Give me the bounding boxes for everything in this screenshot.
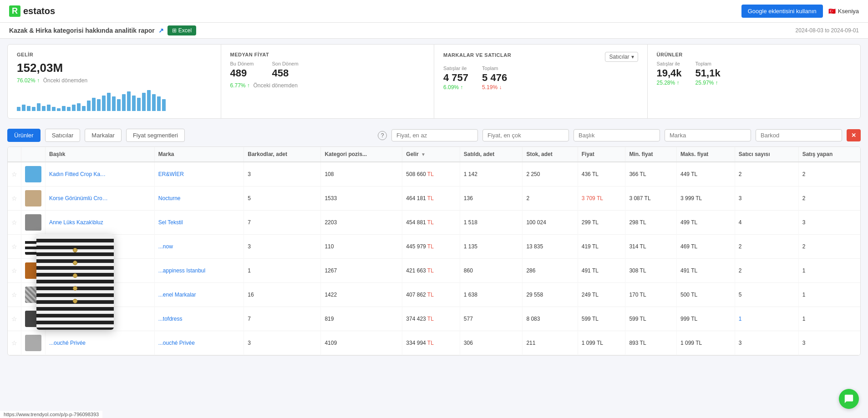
brand-link[interactable]: ER&WİER [158,171,184,177]
seller-count-cell: 1 [735,307,798,331]
stat-markalar-col1-val: 4 757 [443,72,468,84]
th-sales-made[interactable]: Satış yapan [798,147,860,162]
product-title-link[interactable]: Kadın Fitted Crop Kapş... [49,171,108,177]
thumb-cell [21,162,46,186]
tab-saticlar[interactable]: Satıcılar [45,129,81,142]
product-image-popup [36,234,114,330]
markalar-dropdown[interactable]: Satıcılar ▾ [605,52,638,62]
thumb-cell [21,211,46,235]
star-icon[interactable]: ☆ [11,195,17,202]
tabs-filter-row: Ürünler Satıcılar Markalar Fiyat segment… [0,124,868,146]
jacket-button [73,273,77,278]
stat-medyan-col2-label: Son Dönem [272,61,298,66]
star-icon[interactable]: ☆ [11,267,17,274]
title-input[interactable] [574,129,660,141]
star-cell: ☆ [8,331,21,355]
jacket-stripe [36,321,114,324]
logo: R estatos [9,5,55,17]
th-stock[interactable]: Stok, adet [523,147,578,162]
category-cell: 1267 [321,259,402,283]
title-cell: Korse Görünümlü Crop T... [46,186,155,211]
th-min-price[interactable]: Min. fiyat [625,147,677,162]
excel-button[interactable]: ⊞ Excel [168,25,196,35]
jacket-stripe [36,252,114,256]
product-title-link[interactable]: Anne Lüks Kazak\bluz [49,219,108,226]
google-extension-button[interactable]: Google eklentisini kullanın [741,5,823,18]
stock-cell: 2 [523,186,578,211]
revenue-cell: 374 423 TL [402,307,460,331]
barcodes-cell: 7 [244,307,321,331]
star-icon[interactable]: ☆ [11,243,17,250]
price-cell: 249 TL [578,283,625,307]
jacket-stripe [36,307,114,311]
export-icon: ↗ [158,27,164,34]
user-name: Kseniya [838,8,859,15]
th-revenue[interactable]: Gelir ▼ [402,147,460,162]
sold-cell: 1 142 [460,162,523,186]
th-title[interactable]: Başlık [46,147,155,162]
stat-medyan-col1-val: 489 [230,67,254,79]
th-seller-count[interactable]: Satıcı sayısı [735,147,798,162]
brand-link[interactable]: ...appiness Istanbul [158,267,205,274]
brand-input[interactable] [665,129,751,141]
star-icon[interactable]: ☆ [11,291,17,298]
th-brand[interactable]: Marka [154,147,244,162]
seller-count-cell: 2 [735,235,798,259]
bar [67,107,71,111]
brand-link[interactable]: ...enel Markalar [158,292,196,298]
stat-urunler-col1-label: Satışlar ile [657,61,682,66]
category-cell: 4109 [321,331,402,355]
stat-markalar-col1-label: Satışlar ile [443,65,468,71]
stock-cell: 2 250 [523,162,578,186]
bar [142,93,146,111]
jacket-stripe [36,280,114,283]
max-price-cell: 3 999 TL [677,186,735,211]
price-cell: 419 TL [578,235,625,259]
brand-link[interactable]: Sel Tekstil [158,219,183,226]
brand-link[interactable]: Nocturne [158,195,181,201]
brand-link[interactable]: ...tofdress [158,316,183,322]
barcode-input[interactable] [756,129,842,141]
star-icon[interactable]: ☆ [11,171,17,178]
price-cell: 436 TL [578,162,625,186]
bar [147,90,151,111]
bar [157,96,161,111]
tab-markalar[interactable]: Markalar [85,129,122,142]
star-icon[interactable]: ☆ [11,339,17,347]
logo-text: estatos [23,6,55,16]
th-barcodes[interactable]: Barkodlar, adet [244,147,321,162]
min-price-cell: 366 TL [625,162,677,186]
price-max-input[interactable] [482,129,569,141]
product-title-link[interactable]: ...ouché Privée [49,340,108,346]
th-category[interactable]: Kategori pozis... [321,147,402,162]
bar [22,105,25,111]
bar [127,91,131,111]
star-icon[interactable]: ☆ [11,315,17,322]
th-price[interactable]: Fiyat [578,147,625,162]
stat-urunler-label: ÜRÜNLER [657,52,852,57]
help-icon[interactable]: ? [378,131,387,140]
stat-markalar-col2-label: Toplam [482,65,507,71]
brand-link[interactable]: ...ouché Privée [158,340,195,346]
sold-cell: 1 518 [460,211,523,235]
jacket-stripe [36,293,114,297]
seller-count-cell: 2 [735,162,798,186]
price-min-input[interactable] [391,129,478,141]
th-max-price[interactable]: Maks. fiyat [677,147,735,162]
stock-cell: 13 835 [523,235,578,259]
stat-gelir-label: GELİR [17,52,212,57]
logo-box: R [9,5,20,17]
star-icon[interactable]: ☆ [11,219,17,226]
brand-link[interactable]: ...now [158,243,173,250]
table-row: ☆ Korse Görünümlü Crop T... Nocturne 5 1… [8,186,860,211]
excel-icon: ⊞ [172,27,177,34]
brand-cell: ER&WİER [154,162,244,186]
thumb-cell [21,186,46,211]
products-table: Başlık Marka Barkodlar, adet Kategori po… [8,147,860,355]
clear-button[interactable]: ✕ [847,129,861,141]
sold-cell: 860 [460,259,523,283]
tab-urunler[interactable]: Ürünler [7,129,41,142]
th-sold[interactable]: Satıldı, adet [460,147,523,162]
tab-fiyat[interactable]: Fiyat segmentleri [126,129,185,142]
product-title-link[interactable]: Korse Görünümlü Crop T... [49,195,108,201]
